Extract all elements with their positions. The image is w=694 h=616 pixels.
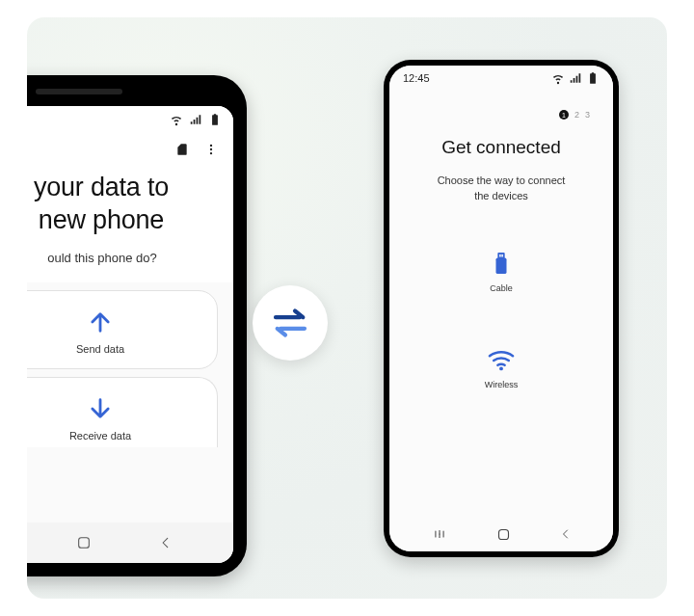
wifi-icon bbox=[170, 113, 183, 126]
signal-icon bbox=[569, 71, 582, 85]
arrow-down-icon bbox=[87, 395, 114, 422]
svg-rect-4 bbox=[495, 257, 506, 274]
usb-cable-icon bbox=[491, 251, 512, 276]
status-bar bbox=[27, 106, 233, 133]
phone-earpiece bbox=[36, 89, 122, 94]
signal-icon bbox=[189, 113, 202, 126]
battery-icon bbox=[208, 113, 222, 126]
arrow-up-icon bbox=[87, 308, 114, 335]
status-clock: 12:45 bbox=[403, 72, 430, 84]
page-title: your data to new phone bbox=[27, 166, 233, 241]
svg-point-8 bbox=[499, 366, 503, 370]
nav-back-icon[interactable] bbox=[560, 527, 572, 541]
svg-rect-5 bbox=[497, 253, 504, 258]
receive-data-card[interactable]: Receive data bbox=[27, 377, 218, 447]
page-subtitle: Choose the way to connect the devices bbox=[389, 174, 613, 204]
cable-option[interactable]: Cable bbox=[490, 251, 513, 293]
step-3: 3 bbox=[585, 110, 590, 120]
more-vert-icon[interactable] bbox=[204, 143, 218, 156]
title-line-2: new phone bbox=[39, 205, 164, 234]
nav-back-icon[interactable] bbox=[159, 536, 173, 549]
svg-rect-9 bbox=[498, 529, 508, 539]
nav-home-icon[interactable] bbox=[76, 535, 92, 550]
battery-icon bbox=[586, 71, 600, 85]
transfer-badge bbox=[253, 285, 328, 361]
step-indicator: 1 2 3 bbox=[389, 91, 613, 127]
send-data-card[interactable]: Send data bbox=[27, 290, 218, 369]
step-1-current: 1 bbox=[559, 110, 569, 120]
svg-point-1 bbox=[210, 148, 212, 150]
page-subtitle: ould this phone do? bbox=[27, 241, 233, 282]
app-bar bbox=[27, 133, 233, 166]
status-bar: 12:45 bbox=[389, 66, 613, 91]
wireless-label: Wireless bbox=[485, 380, 519, 389]
wifi-icon bbox=[487, 349, 516, 372]
sd-card-icon[interactable] bbox=[175, 143, 189, 156]
wireless-option[interactable]: Wireless bbox=[485, 349, 519, 389]
android-nav-bar bbox=[389, 517, 613, 551]
send-data-label: Send data bbox=[76, 343, 124, 355]
svg-point-2 bbox=[210, 152, 212, 154]
title-line-1: your data to bbox=[34, 173, 169, 201]
svg-rect-7 bbox=[501, 254, 502, 257]
step-2: 2 bbox=[574, 110, 579, 120]
receive-data-label: Receive data bbox=[69, 430, 131, 442]
svg-rect-3 bbox=[79, 538, 90, 549]
swap-arrows-icon bbox=[271, 307, 309, 339]
svg-rect-6 bbox=[499, 254, 500, 257]
subtitle-line-2: the devices bbox=[474, 190, 528, 201]
new-phone-mockup: 12:45 1 2 3 Get connecte bbox=[384, 60, 619, 557]
old-phone-mockup: your data to new phone ould this phone d… bbox=[27, 75, 247, 576]
android-nav-bar bbox=[27, 522, 233, 563]
page-title: Get connected bbox=[389, 137, 613, 158]
cable-label: Cable bbox=[490, 283, 513, 293]
nav-home-icon[interactable] bbox=[496, 527, 511, 542]
svg-point-0 bbox=[210, 145, 212, 147]
wifi-icon bbox=[551, 71, 565, 85]
nav-recents-icon[interactable] bbox=[432, 527, 447, 541]
subtitle-line-1: Choose the way to connect bbox=[438, 174, 566, 186]
